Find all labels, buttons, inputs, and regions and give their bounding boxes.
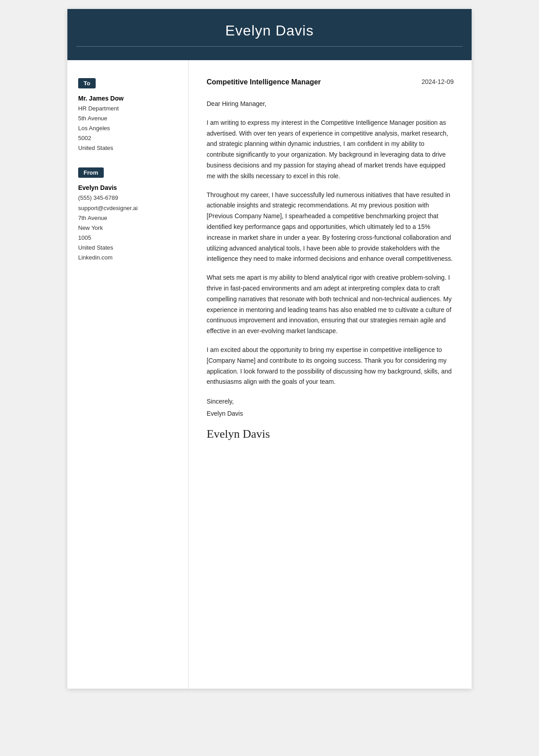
main-content: Competitive Intelligence Manager 2024-12…: [189, 60, 472, 689]
sender-name: Evelyn Davis: [78, 184, 177, 191]
paragraph2: Throughout my career, I have successfull…: [207, 190, 454, 265]
recipient-name: Mr. James Dow: [78, 95, 177, 102]
job-title: Competitive Intelligence Manager: [207, 78, 321, 86]
from-badge: From: [78, 167, 104, 178]
recipient-line3: Los Angeles: [78, 123, 177, 133]
sidebar: To Mr. James Dow HR Department 5th Avenu…: [67, 60, 189, 689]
page: Evelyn Davis To Mr. James Dow HR Departm…: [67, 9, 472, 689]
letter-header: Competitive Intelligence Manager 2024-12…: [207, 78, 454, 86]
paragraph1: I am writing to express my interest in t…: [207, 118, 454, 182]
header-divider: [76, 46, 463, 47]
sender-line2: New York: [78, 223, 177, 233]
recipient-line2: 5th Avenue: [78, 114, 177, 123]
page-header: Evelyn Davis: [67, 9, 472, 60]
paragraph4: I am excited about the opportunity to br…: [207, 345, 454, 387]
recipient-line1: HR Department: [78, 104, 177, 114]
closing-line1: Sincerely,: [207, 396, 454, 408]
closing-line2: Evelyn Davis: [207, 408, 454, 420]
sender-line5: Linkedin.com: [78, 253, 177, 263]
sender-line4: United States: [78, 243, 177, 253]
recipient-line5: United States: [78, 143, 177, 153]
letter-closing: Sincerely, Evelyn Davis Evelyn Davis: [207, 396, 454, 445]
header-name: Evelyn Davis: [76, 22, 463, 39]
signature: Evelyn Davis: [207, 423, 454, 445]
paragraph3: What sets me apart is my ability to blen…: [207, 273, 454, 337]
to-section: To Mr. James Dow HR Department 5th Avenu…: [78, 78, 177, 153]
sender-phone: (555) 345-6789: [78, 193, 177, 203]
letter-body: Dear Hiring Manager, I am writing to exp…: [207, 99, 454, 387]
recipient-line4: 5002: [78, 133, 177, 143]
letter-date: 2024-12-09: [421, 78, 454, 85]
from-section: From Evelyn Davis (555) 345-6789 support…: [78, 167, 177, 263]
sender-line1: 7th Avenue: [78, 213, 177, 223]
body-layout: To Mr. James Dow HR Department 5th Avenu…: [67, 60, 472, 689]
salutation: Dear Hiring Manager,: [207, 99, 454, 110]
to-badge: To: [78, 78, 96, 88]
sender-line3: 1005: [78, 233, 177, 243]
sender-email: support@cvdesigner.ai: [78, 203, 177, 213]
